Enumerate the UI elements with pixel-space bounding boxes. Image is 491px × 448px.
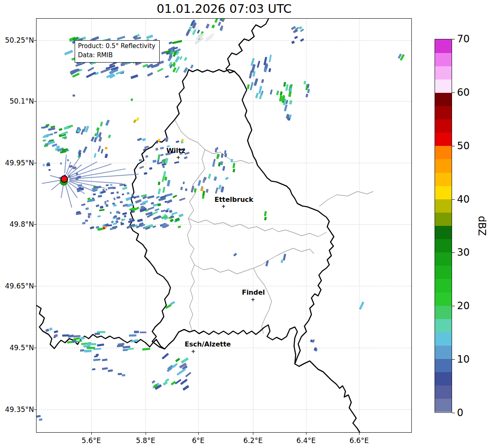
product-info-line1: Product: 0.5° Reflectivity <box>78 42 156 51</box>
radar-echo <box>67 159 69 162</box>
colorbar-segment <box>435 199 452 213</box>
y-axis-tick-label: 49.8°N <box>0 220 34 228</box>
radar-echo <box>110 192 114 194</box>
x-axis-tick-label: 6.6°E <box>350 436 369 445</box>
colorbar-segment <box>435 266 452 279</box>
radar-echo <box>139 332 146 333</box>
radar-echo <box>85 220 88 222</box>
colorbar-segment <box>435 332 452 346</box>
colorbar-tick-label: 50 <box>457 140 470 152</box>
city-marker: + <box>251 296 255 303</box>
radar-echo <box>87 347 95 349</box>
radar-echo <box>109 228 113 230</box>
city-label: Wiltz <box>166 147 185 155</box>
y-axis-tick-mark <box>34 101 36 102</box>
radar-echo <box>60 162 62 165</box>
colorbar-segment <box>435 133 452 146</box>
colorbar-tick-label: 30 <box>457 247 470 258</box>
x-axis-tick-mark <box>198 433 199 435</box>
colorbar-tick-mark <box>452 359 455 360</box>
x-axis-tick-label: 6.2°E <box>243 436 263 445</box>
radar-echo <box>73 94 75 97</box>
x-axis-tick-label: 5.8°E <box>136 436 155 445</box>
radar-echo <box>122 374 125 377</box>
x-axis-tick-label: 6.4°E <box>297 436 316 445</box>
radar-echo <box>107 200 109 202</box>
y-axis-tick-label: 50.1°N <box>0 97 34 105</box>
colorbar-tick-label: 0 <box>457 407 463 419</box>
map-plot-area: Wiltz+Ettelbruck+Findel+Esch/Alzette+ Pr… <box>36 18 412 433</box>
colorbar-tick-mark <box>452 306 455 306</box>
colorbar-segment <box>435 66 452 80</box>
colorbar-segment <box>435 279 452 293</box>
colorbar-segment <box>435 372 452 386</box>
y-axis-tick-mark <box>34 286 36 286</box>
radar-echo <box>110 212 112 214</box>
radar-map-page: 01.01.2026 07:03 UTC <box>0 0 491 448</box>
colorbar-segment <box>435 119 452 133</box>
colorbar-segment <box>435 159 452 173</box>
y-axis-tick-label: 49.95°N <box>0 159 34 167</box>
radar-echo <box>113 204 117 207</box>
city-label: Esch/Alzette <box>185 340 231 348</box>
radar-echo <box>92 193 95 195</box>
product-info-line2: Data: RMIB <box>78 51 156 60</box>
colorbar <box>435 39 452 413</box>
colorbar-segment <box>435 172 452 186</box>
colorbar-segment <box>435 79 452 93</box>
x-axis-tick-label: 5.6°E <box>82 436 101 445</box>
y-axis-tick-mark <box>34 163 36 163</box>
city-marker: + <box>221 203 226 209</box>
national-borders <box>36 19 360 433</box>
colorbar-tick-mark <box>452 92 455 93</box>
colorbar-segment <box>435 292 452 306</box>
radar-echo <box>134 331 139 333</box>
colorbar-segment <box>435 399 452 412</box>
colorbar-tick-label: 20 <box>457 300 470 312</box>
colorbar-segment <box>435 359 452 373</box>
colorbar-segment <box>435 319 452 332</box>
colorbar-tick-mark <box>452 199 455 200</box>
colorbar-segment <box>435 385 452 399</box>
colorbar-segment <box>435 305 452 319</box>
colorbar-segment <box>435 252 452 266</box>
x-axis-tick-mark <box>306 433 306 435</box>
colorbar-segment <box>435 345 452 359</box>
colorbar-segment <box>435 92 452 106</box>
x-axis-tick-mark <box>359 433 360 435</box>
radar-echo <box>72 339 76 342</box>
y-axis-tick-mark <box>34 40 36 41</box>
radar-site-dot <box>61 175 68 183</box>
colorbar-tick-mark <box>452 146 455 146</box>
radar-echo <box>123 349 128 351</box>
y-axis-tick-mark <box>34 224 36 225</box>
radar-echo <box>126 192 129 194</box>
district-borders <box>175 120 373 334</box>
radar-echo <box>118 373 122 375</box>
colorbar-tick-mark <box>452 39 455 39</box>
radar-echo <box>93 358 98 361</box>
radar-echo <box>119 201 123 203</box>
page-title: 01.01.2026 07:03 UTC <box>36 2 412 16</box>
radar-echo <box>98 195 102 197</box>
x-axis-tick-mark <box>253 433 253 435</box>
colorbar-segment <box>435 146 452 160</box>
colorbar-segment <box>435 39 452 53</box>
country-borders <box>36 19 412 433</box>
colorbar-tick-label: 40 <box>457 194 470 205</box>
colorbar-segment <box>435 106 452 120</box>
colorbar-segment <box>435 226 452 240</box>
colorbar-segment <box>435 53 452 66</box>
product-info-box: Product: 0.5° Reflectivity Data: RMIB <box>75 40 160 63</box>
city-marker: + <box>176 154 181 160</box>
radar-echo <box>224 153 227 157</box>
radar-echo <box>80 337 85 339</box>
x-axis-tick-label: 6°E <box>192 436 204 445</box>
city-marker: + <box>191 348 196 354</box>
colorbar-tick-mark <box>452 413 455 413</box>
radar-echo <box>87 343 96 345</box>
x-axis-tick-mark <box>91 433 92 435</box>
colorbar-tick-mark <box>452 252 455 253</box>
y-axis-tick-label: 49.35°N <box>0 405 34 414</box>
city-label: Ettelbruck <box>214 196 253 203</box>
